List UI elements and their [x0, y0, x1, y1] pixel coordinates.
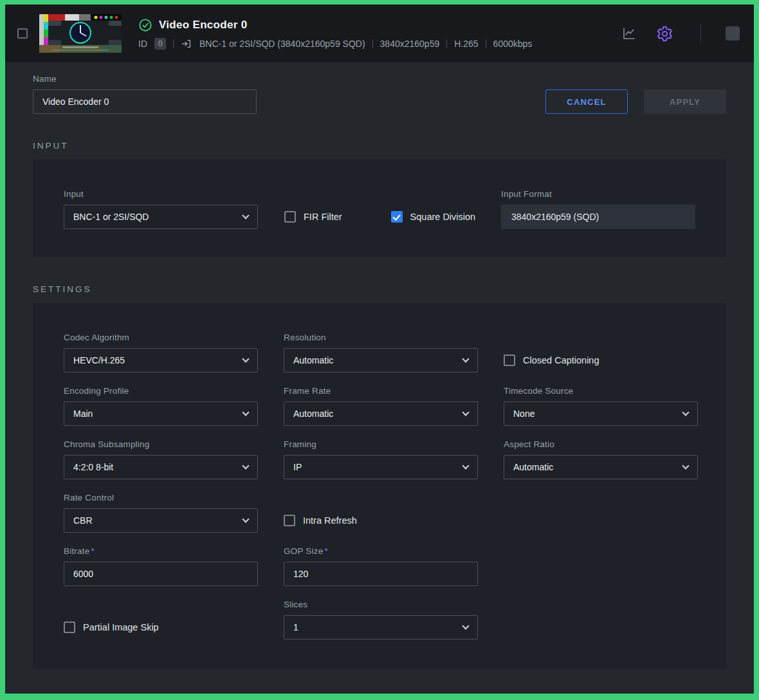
- page-frame: Video Encoder 0 ID 0 BNC-1 or 2SI/SQD (3…: [0, 0, 759, 700]
- chevron-down-icon: [462, 462, 469, 469]
- gop-size-label: GOP Size: [284, 546, 323, 556]
- rate-control-field: Rate Control CBR: [64, 493, 258, 533]
- intra-refresh-checkbox[interactable]: [284, 515, 295, 526]
- check-circle-icon: [138, 18, 152, 32]
- empty-cell: [504, 493, 698, 533]
- input-field: Input BNC-1 or 2SI/SQD: [64, 189, 258, 229]
- required-mark: *: [91, 546, 94, 556]
- meta-codec: H.265: [454, 39, 478, 49]
- frame-rate-field: Frame Rate Automatic: [284, 386, 478, 426]
- id-badge: 0: [154, 38, 166, 50]
- framing-select[interactable]: IP: [284, 455, 478, 479]
- chevron-down-icon: [242, 212, 249, 219]
- square-division-checkbox[interactable]: [391, 211, 403, 223]
- fir-filter-checkbox-group[interactable]: FIR Filter: [284, 211, 342, 229]
- timecode-source-select[interactable]: None: [504, 401, 698, 426]
- chevron-down-icon: [242, 515, 249, 522]
- chevron-down-icon: [462, 409, 469, 416]
- chroma-subsampling-field: Chroma Subsampling 4:2:0 8-bit: [64, 439, 258, 479]
- id-label: ID: [138, 39, 147, 49]
- slices-select[interactable]: 1: [284, 615, 478, 640]
- settings-section-title: SETTINGS: [33, 284, 726, 294]
- input-select[interactable]: BNC-1 or 2SI/SQD: [64, 205, 258, 229]
- meta-separator: [486, 39, 486, 48]
- name-label: Name: [33, 74, 257, 84]
- page-title: Video Encoder 0: [159, 19, 247, 32]
- cancel-button[interactable]: CANCEL: [545, 89, 628, 114]
- meta-separator: [372, 39, 373, 48]
- name-row: Name CANCEL APPLY: [33, 74, 726, 114]
- header-divider: [700, 24, 701, 43]
- rate-control-select[interactable]: CBR: [64, 508, 258, 533]
- meta-resolution: 3840x2160p59: [380, 39, 440, 49]
- framing-field: Framing IP: [284, 439, 478, 479]
- encoder-select-checkbox[interactable]: [17, 28, 28, 39]
- resolution-field: Resolution Automatic: [284, 333, 478, 373]
- closed-captioning-checkbox[interactable]: [504, 355, 515, 366]
- square-button[interactable]: [726, 26, 740, 41]
- line-chart-icon[interactable]: [621, 26, 637, 41]
- gear-icon[interactable]: [656, 25, 673, 42]
- meta-input-summary: BNC-1 or 2SI/SQD (3840x2160p59 SQD): [199, 39, 365, 49]
- aspect-ratio-field: Aspect Ratio Automatic: [504, 439, 698, 479]
- chroma-subsampling-select[interactable]: 4:2:0 8-bit: [64, 455, 258, 479]
- input-format-value: 3840x2160p59 (SQD): [501, 205, 695, 229]
- slices-field: Slices 1: [284, 600, 478, 640]
- empty-cell: [504, 546, 698, 586]
- input-format-field: Input Format 3840x2160p59 (SQD): [501, 189, 695, 229]
- encoder-header: Video Encoder 0 ID 0 BNC-1 or 2SI/SQD (3…: [5, 5, 754, 62]
- settings-content: Name CANCEL APPLY INPUT Input BNC-1 or 2…: [5, 62, 754, 694]
- encoder-panel: Video Encoder 0 ID 0 BNC-1 or 2SI/SQD (3…: [5, 5, 754, 694]
- chevron-down-icon: [242, 462, 249, 469]
- name-field: Name: [33, 74, 257, 114]
- encoding-profile-select[interactable]: Main: [64, 401, 258, 426]
- meta-bitrate: 6000kbps: [493, 39, 533, 49]
- gop-size-field: GOP Size*: [284, 546, 478, 586]
- preview-thumbnail: [39, 14, 122, 53]
- intra-refresh-label: Intra Refresh: [303, 515, 357, 526]
- name-input[interactable]: [33, 89, 257, 114]
- gop-size-input[interactable]: [284, 562, 478, 586]
- empty-cell: [504, 600, 698, 640]
- apply-button[interactable]: APPLY: [644, 89, 726, 114]
- closed-captioning-checkbox-group[interactable]: Closed Captioning: [504, 355, 698, 373]
- chevron-down-icon: [682, 409, 689, 416]
- fir-filter-checkbox[interactable]: [284, 211, 296, 223]
- chevron-down-icon: [682, 462, 689, 469]
- input-arrow-icon: [181, 38, 192, 50]
- encoding-profile-field: Encoding Profile Main: [64, 386, 258, 426]
- settings-panel: Codec Algorithm HEVC/H.265 Resolution Au…: [33, 303, 726, 669]
- bitrate-label: Bitrate: [64, 546, 89, 556]
- square-division-label: Square Division: [410, 212, 476, 222]
- encoder-meta-row: ID 0 BNC-1 or 2SI/SQD (3840x2160p59 SQD)…: [138, 38, 532, 50]
- input-section-title: INPUT: [33, 141, 726, 151]
- codec-algorithm-field: Codec Algorithm HEVC/H.265: [64, 333, 258, 373]
- meta-separator: [173, 39, 174, 48]
- bitrate-field: Bitrate*: [64, 546, 258, 586]
- partial-image-skip-checkbox-group[interactable]: Partial Image Skip: [64, 622, 258, 640]
- frame-rate-select[interactable]: Automatic: [284, 401, 478, 426]
- meta-separator: [446, 39, 447, 48]
- partial-image-skip-checkbox[interactable]: [64, 622, 75, 633]
- fir-filter-label: FIR Filter: [304, 212, 342, 222]
- timecode-source-field: Timecode Source None: [504, 386, 698, 426]
- input-label: Input: [64, 189, 258, 199]
- chevron-down-icon: [242, 355, 249, 362]
- partial-image-skip-label: Partial Image Skip: [83, 622, 159, 632]
- action-buttons: CANCEL APPLY: [545, 89, 726, 114]
- input-panel: Input BNC-1 or 2SI/SQD FIR Filter Square…: [33, 160, 726, 257]
- input-format-label: Input Format: [501, 189, 695, 199]
- intra-refresh-checkbox-group[interactable]: Intra Refresh: [284, 515, 478, 533]
- header-actions: [621, 24, 740, 43]
- required-mark: *: [324, 546, 327, 556]
- bitrate-input[interactable]: [64, 562, 258, 586]
- chevron-down-icon: [242, 409, 249, 416]
- chevron-down-icon: [462, 622, 469, 629]
- aspect-ratio-select[interactable]: Automatic: [504, 455, 698, 479]
- header-text-block: Video Encoder 0 ID 0 BNC-1 or 2SI/SQD (3…: [138, 18, 532, 50]
- chevron-down-icon: [462, 355, 469, 362]
- resolution-select[interactable]: Automatic: [284, 348, 478, 373]
- square-division-checkbox-group[interactable]: Square Division: [391, 211, 476, 229]
- closed-captioning-label: Closed Captioning: [523, 355, 599, 365]
- codec-algorithm-select[interactable]: HEVC/H.265: [64, 348, 258, 373]
